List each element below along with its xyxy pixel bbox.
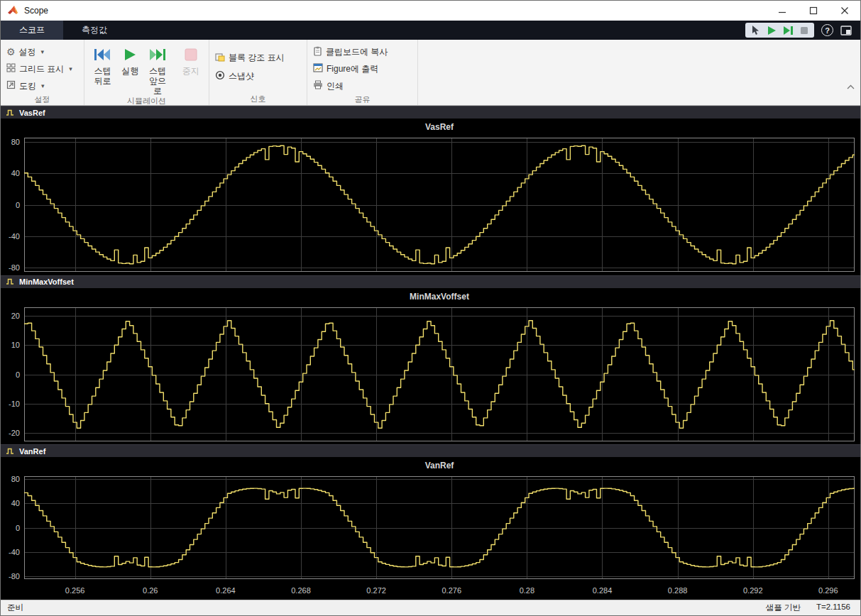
docking-button[interactable]: 도킹 ▾: [6, 77, 78, 94]
plot-title: VanRef: [1, 457, 860, 474]
minimize-button[interactable]: [767, 1, 798, 21]
run-icon[interactable]: [767, 26, 777, 35]
scope-plot-minmaxvoffset: MinMaxVoffset 20100-10-20: [1, 288, 860, 445]
help-icon[interactable]: ?: [821, 24, 833, 36]
clipboard-icon: [313, 46, 322, 58]
group-configuration: ⚙ 설정 ▾ 그리드 표시 ▾ 도킹 ▾: [1, 40, 84, 105]
signal-header-minmaxvoffset[interactable]: MinMaxVoffset: [1, 275, 860, 288]
chevron-down-icon: ▾: [41, 82, 45, 89]
grid-icon: [6, 63, 16, 75]
svg-text:-40: -40: [9, 232, 20, 241]
status-ready: 준비: [7, 603, 23, 613]
plot-area[interactable]: 80400-40-80: [1, 136, 860, 275]
plot-title: MinMaxVoffset: [1, 288, 860, 305]
x-tick-label: 0.264: [216, 586, 236, 595]
svg-text:40: 40: [11, 169, 20, 177]
titlebar: Scope: [1, 1, 860, 21]
grid-label: 그리드 표시: [19, 63, 64, 75]
maximize-button[interactable]: [798, 1, 829, 21]
print-label: 인쇄: [327, 80, 344, 92]
dock-icon: [6, 80, 16, 92]
x-tick-label: 0.268: [291, 586, 311, 595]
statusbar: 준비 샘플 기반 T=2.1156: [1, 600, 860, 615]
svg-text:-40: -40: [9, 548, 20, 556]
copy-to-clipboard-label: 클립보드에 복사: [326, 46, 388, 58]
copy-to-clipboard-button[interactable]: 클립보드에 복사: [313, 43, 412, 60]
group-share: 클립보드에 복사 Figure에 출력 인쇄 공유: [307, 40, 418, 105]
toolstrip-tabbar: 스코프 측정값 ?: [1, 21, 860, 40]
close-button[interactable]: [829, 1, 860, 21]
settings-menu-button[interactable]: ⚙ 설정 ▾: [6, 43, 78, 60]
pointer-icon[interactable]: [751, 25, 760, 35]
step-back-button[interactable]: 스텝 뒤로: [90, 43, 115, 96]
settings-label: 설정: [19, 46, 36, 58]
signal-waveform-icon: [6, 275, 14, 288]
signal-strip-label: VanRef: [19, 447, 45, 456]
svg-text:-80: -80: [9, 572, 20, 581]
window-controls: [767, 1, 860, 21]
gear-icon: ⚙: [6, 47, 16, 57]
block-highlight-label: 블록 강조 표시: [229, 52, 285, 64]
x-tick-label: 0.28: [520, 586, 534, 595]
group-simulation: 스텝 뒤로 실행 스텝 앞으로: [84, 40, 209, 105]
plot-area[interactable]: 80400-40-80: [1, 474, 860, 583]
block-highlight-button[interactable]: 블록 강조 표시: [215, 50, 301, 67]
run-button[interactable]: 실행: [118, 43, 143, 96]
scope-plot-vanref: VanRef 80400-40-80: [1, 457, 860, 583]
popout-layout-icon[interactable]: [840, 26, 852, 35]
chevron-down-icon: ▾: [41, 48, 45, 55]
print-to-figure-button[interactable]: Figure에 출력: [313, 60, 412, 77]
stop-label: 중지: [182, 66, 199, 76]
snapshot-icon: [215, 70, 225, 82]
print-button[interactable]: 인쇄: [313, 77, 412, 94]
group-signal: 블록 강조 표시 스냅샷 신호: [209, 40, 307, 105]
tab-measurements[interactable]: 측정값: [63, 21, 126, 40]
quick-access-toolbar: ?: [745, 21, 860, 40]
stop-icon: [185, 45, 197, 64]
tab-scope[interactable]: 스코프: [1, 21, 63, 40]
svg-text:0: 0: [16, 201, 20, 209]
printer-icon: [313, 80, 323, 92]
signal-waveform-icon: [6, 445, 14, 458]
x-tick-label: 0.288: [668, 586, 688, 595]
collapse-ribbon-icon[interactable]: [847, 84, 855, 89]
scope-display-area: VasRef VasRef 80400-40-80 MinMaxVoffset …: [1, 106, 860, 600]
signal-waveform-icon: [6, 106, 14, 119]
tab-measurements-label: 측정값: [82, 24, 107, 36]
group-footer-signal: 신호: [209, 93, 307, 105]
step-forward-icon[interactable]: [783, 26, 794, 35]
snapshot-button[interactable]: 스냅샷: [215, 68, 301, 85]
stop-icon[interactable]: [800, 26, 808, 35]
x-tick-label: 0.272: [366, 586, 386, 595]
plot-title: VasRef: [1, 119, 860, 136]
svg-text:0: 0: [16, 524, 20, 532]
run-icon: [123, 45, 137, 64]
step-forward-button[interactable]: 스텝 앞으로: [146, 43, 170, 96]
group-footer-configuration: 설정: [1, 94, 84, 105]
figure-icon: [313, 63, 323, 75]
step-back-icon: [94, 45, 111, 64]
plot-area[interactable]: 20100-10-20: [1, 305, 860, 445]
step-forward-label-1: 스텝: [149, 66, 166, 76]
step-back-label-1: 스텝: [94, 66, 111, 76]
window-title: Scope: [24, 6, 48, 16]
svg-text:-80: -80: [9, 263, 20, 272]
signal-header-vasref[interactable]: VasRef: [1, 106, 860, 119]
signal-header-vanref[interactable]: VanRef: [1, 444, 860, 457]
signal-strip-label: VasRef: [19, 109, 45, 117]
group-footer-share: 공유: [307, 94, 417, 105]
snapshot-label: 스냅샷: [229, 70, 254, 82]
status-sim-time: T=2.1156: [816, 603, 850, 613]
tab-scope-label: 스코프: [19, 24, 45, 36]
svg-text:-20: -20: [9, 429, 20, 437]
svg-text:80: 80: [11, 475, 20, 483]
docking-label: 도킹: [19, 80, 36, 92]
stop-button[interactable]: 중지: [178, 43, 203, 96]
svg-text:-10: -10: [9, 400, 20, 408]
print-to-figure-label: Figure에 출력: [327, 63, 378, 75]
grid-display-button[interactable]: 그리드 표시 ▾: [6, 60, 78, 77]
x-tick-label: 0.292: [743, 586, 763, 595]
scope-plot-vasref: VasRef 80400-40-80: [1, 119, 860, 275]
x-tick-label: 0.256: [65, 586, 85, 595]
x-tick-label: 0.26: [143, 586, 158, 595]
